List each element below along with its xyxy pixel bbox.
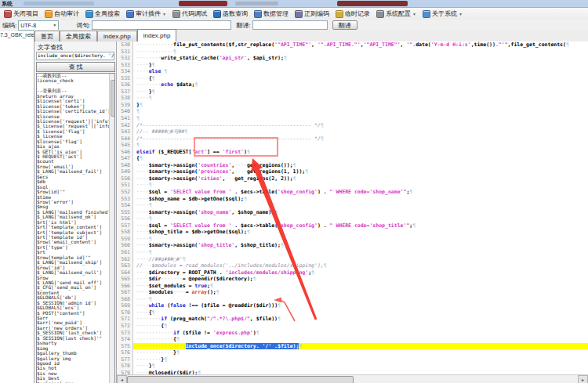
code-line[interactable]: 568····¶: [117, 296, 588, 303]
code-line[interactable]: 576············}¶: [117, 349, 588, 356]
line-number: 566: [117, 283, 133, 290]
project-tree-panel[interactable]: 7.3_GBK_rele: [0, 31, 34, 383]
translate-input[interactable]: [252, 20, 328, 30]
eol-marker: ¶: [247, 229, 250, 235]
eol-marker: ¶: [184, 128, 187, 135]
tab-全局搜索[interactable]: 全局搜索: [60, 31, 97, 42]
code-line[interactable]: 554····¶: [117, 202, 588, 209]
code-line[interactable]: 534····else ¶: [117, 68, 588, 75]
regex-encode-icon: [295, 10, 303, 18]
code-line[interactable]: 560····$smarty->assign('shop_title', $sh…: [117, 242, 588, 249]
project-tree-item[interactable]: 7.3_GBK_rele: [0, 31, 34, 38]
line-number: 532: [117, 55, 133, 62]
eol-marker: ¶: [140, 102, 143, 108]
code-line[interactable]: 533····}¶: [117, 62, 588, 69]
toolbar-item-label: 正则编码: [304, 9, 329, 18]
code-line[interactable]: 578····}¶: [117, 363, 588, 370]
eol-marker: ¶: [149, 202, 152, 208]
toolbar-item-临时记录[interactable]: 临时记录: [332, 9, 373, 19]
close-project-icon: [4, 10, 12, 18]
code-line[interactable]: 551····¶: [117, 182, 588, 189]
code-line[interactable]: 561····¶: [117, 249, 588, 256]
text-search-input[interactable]: include_once($directory. '/' .$f: [36, 52, 114, 60]
main-toolbar: 关闭项目自动审计全局搜索审计插件▼代码调试函数查询数据管理正则编码临时记录系统配…: [0, 8, 588, 20]
code-line[interactable]: 555····$smarty->assign('shop_name', $sho…: [117, 209, 588, 216]
scroll-right-icon[interactable]: ►: [578, 375, 588, 383]
code-line[interactable]: 537····}¶: [117, 89, 588, 96]
toolbar-item-关闭项目[interactable]: 关闭项目: [1, 9, 42, 19]
eol-marker: ¶: [149, 182, 152, 188]
hscrollbar-thumb[interactable]: [127, 376, 354, 383]
code-line[interactable]: 540¶: [117, 108, 588, 115]
line-number: 578: [117, 363, 133, 370]
code-line[interactable]: 557····$sql = 'SELECT value from ' . $ec…: [117, 222, 588, 229]
code-line[interactable]: 536········echo $data;¶: [117, 81, 588, 89]
toolbar-item-系统配置[interactable]: 系统配置▼: [373, 9, 419, 19]
code-line[interactable]: 543//-- #####□#与##¶: [117, 128, 588, 135]
code-line[interactable]: 569····while (false !== ($file = @readdi…: [117, 302, 588, 309]
toolbar-item-代码调试[interactable]: 代码调试: [169, 9, 210, 19]
toolbar-item-审计插件[interactable]: 审计插件▼: [123, 9, 169, 19]
code-line[interactable]: 535····{¶: [117, 75, 588, 82]
code-line[interactable]: 574············{¶: [117, 336, 588, 343]
code-line[interactable]: 548····$smarty->assign('countries',····g…: [117, 162, 588, 169]
toolbar-item-正则编码[interactable]: 正则编码: [292, 9, 332, 19]
code-line[interactable]: 532········write_static_cache('api_str',…: [117, 55, 588, 62]
code-line[interactable]: 565····$dir·······= @opendir($directory)…: [117, 276, 588, 283]
code-line[interactable]: 564····$directory = ROOT_PATH . 'include…: [117, 269, 588, 276]
code-line[interactable]: 544/*-----------------------------------…: [117, 135, 588, 143]
translate-button[interactable]: 翻译: [332, 20, 358, 30]
code-line[interactable]: 572········{¶: [117, 323, 588, 330]
code-line[interactable]: 547{¶: [117, 155, 588, 162]
code-line[interactable]: 562····//##q###□#'¶: [117, 256, 588, 263]
tab-首页[interactable]: 首页: [34, 31, 60, 42]
toolbar-item-全局搜索[interactable]: 全局搜索: [82, 9, 123, 19]
code-line[interactable]: 558····$shop_title = $db->getOne($sql);¶: [117, 229, 588, 236]
code-line[interactable]: 549····$smarty->assign('provinces',····g…: [117, 168, 588, 175]
line-number: 576: [117, 349, 133, 356]
vscrollbar-thumb[interactable]: [111, 80, 115, 117]
toolbar-item-自动审计[interactable]: 自动审计: [42, 9, 82, 19]
code-line[interactable]: 556····¶: [117, 215, 588, 222]
line-number: 572: [117, 323, 133, 330]
eol-marker: ¶: [256, 330, 260, 336]
code-line[interactable]: 542/*-----------------------------------…: [117, 122, 588, 129]
tab-bar: 首页全局搜索index.phpindex.php: [34, 30, 588, 42]
search-button[interactable]: 查 找: [36, 62, 115, 72]
code-line[interactable]: 531············¶: [117, 49, 588, 56]
code-text: //-- #####□#与##¶: [133, 128, 588, 135]
word-label: 词句:: [76, 21, 90, 30]
code-line[interactable]: 530············file_put_contents($f,str_…: [117, 42, 588, 49]
eol-marker: ¶: [210, 283, 213, 289]
scroll-left-icon[interactable]: ◄: [117, 375, 127, 383]
tab-index.php[interactable]: index.php: [137, 29, 177, 42]
code-line[interactable]: 575················include_once($directo…: [117, 343, 588, 350]
toolbar-item-label: 代码调试: [182, 9, 207, 18]
code-line[interactable]: 563//···$modules = read_modules('../incl…: [117, 262, 588, 269]
code-line[interactable]: 552····$sql = 'SELECT value from ' . $ec…: [117, 189, 588, 196]
list-vscrollbar[interactable]: [109, 74, 114, 383]
code-line[interactable]: 570····{¶: [117, 309, 588, 316]
toolbar-item-数据管理[interactable]: 数据管理: [251, 9, 292, 19]
code-line[interactable]: 567····$modules····= array();¶: [117, 289, 588, 296]
toolbar-item-函数查询[interactable]: 函数查询: [210, 9, 251, 19]
titlebar-remnant: [235, 2, 278, 5]
code-line[interactable]: 546elseif ($_REQUEST['act'] == 'first')¶: [117, 149, 588, 156]
toolbar-item-label: 临时记录: [345, 9, 370, 18]
encoding-select[interactable]: UTF-8 ▼: [18, 20, 59, 31]
toolbar-item-关于系统[interactable]: 关于系统▼: [419, 9, 466, 19]
code-line[interactable]: 566····$set_modules = true;¶: [117, 283, 588, 290]
code-line[interactable]: 571········if (preg_match("/^.*?\.php$/"…: [117, 316, 588, 323]
tab-index.php[interactable]: index.php: [97, 31, 137, 42]
code-line[interactable]: 539}¶: [117, 102, 588, 109]
code-line[interactable]: 553····$shop_name = $db->getOne($sql);¶: [117, 196, 588, 203]
code-line[interactable]: 550····$smarty->assign('cities',···get_r…: [117, 175, 588, 182]
code-line[interactable]: 538····¶: [117, 95, 588, 102]
code-editor[interactable]: 530············file_put_contents($f,str_…: [117, 42, 588, 383]
code-line[interactable]: 559····¶: [117, 236, 588, 243]
code-line[interactable]: 577········}¶: [117, 356, 588, 363]
editor-hscrollbar[interactable]: ◄ ►: [117, 374, 588, 383]
code-line[interactable]: 573············if ($file != 'express.php…: [117, 330, 588, 337]
code-line[interactable]: 541¶: [117, 115, 588, 122]
code-line[interactable]: 545¶: [117, 142, 588, 149]
